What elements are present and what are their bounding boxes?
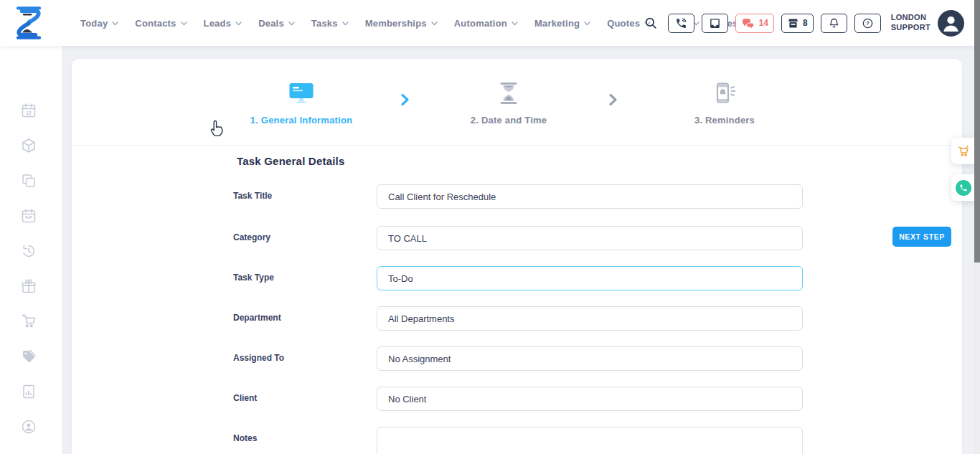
store-icon — [787, 17, 799, 29]
task-type-input[interactable] — [377, 266, 803, 290]
hourglass-icon — [498, 82, 519, 105]
green-phone-badge — [956, 180, 971, 196]
history-icon[interactable] — [20, 242, 37, 260]
bell-icon — [828, 17, 840, 29]
gift-icon[interactable] — [20, 278, 37, 295]
chevron-down-icon — [431, 22, 438, 26]
chevron-down-icon — [342, 22, 349, 26]
scrollbar-track[interactable] — [974, 0, 980, 454]
assigned-to-label: Assigned To — [233, 353, 366, 363]
nav-item-contacts[interactable]: Contacts — [135, 18, 187, 29]
chevron-down-icon — [512, 22, 518, 26]
department-label: Department — [233, 313, 366, 323]
notifications-button[interactable] — [821, 14, 847, 33]
nav-item-label: Today — [80, 18, 108, 29]
chevron-down-icon — [235, 22, 242, 26]
notes-textarea[interactable] — [377, 427, 803, 454]
task-title-input[interactable] — [377, 184, 803, 209]
nav-item-label: Automation — [454, 18, 507, 29]
nav-item-label: Marketing — [534, 18, 580, 29]
client-input[interactable] — [377, 387, 803, 411]
user-name-line1: LONDON — [891, 13, 930, 23]
nav-item-label: Quotes — [607, 18, 640, 29]
wizard-steps: 1. General Information 2. Date and Time … — [72, 59, 962, 146]
call-button[interactable] — [668, 14, 694, 33]
wizard-step-general-information[interactable]: 1. General Information — [222, 76, 380, 126]
report-icon[interactable] — [20, 383, 37, 400]
task-wizard-card: 1. General Information 2. Date and Time … — [72, 59, 962, 454]
wizard-step-label: 3. Reminders — [646, 115, 804, 126]
chevron-down-icon — [288, 22, 295, 26]
user-avatar[interactable] — [938, 10, 964, 37]
copy-icon[interactable] — [20, 172, 37, 189]
wizard-step-date-and-time[interactable]: 2. Date and Time — [430, 76, 588, 126]
task-type-label: Task Type — [233, 273, 366, 283]
floating-cart-button[interactable] — [951, 138, 975, 164]
question-circle-icon: ? — [862, 17, 874, 29]
floating-call-button[interactable] — [951, 174, 975, 201]
package-icon[interactable] — [20, 137, 37, 154]
nav-item-label: Contacts — [135, 18, 176, 29]
nav-item-marketing[interactable]: Marketing — [534, 18, 590, 29]
nav-item-today[interactable]: Today — [80, 18, 118, 29]
top-nav-bar: Today Contacts Leads Deals Tasks Members… — [0, 0, 974, 46]
wizard-step-label: 1. General Information — [222, 115, 380, 126]
user-badge-icon[interactable] — [20, 418, 37, 435]
nav-item-label: Deals — [258, 18, 284, 29]
main-nav: Today Contacts Leads Deals Tasks Members… — [80, 0, 738, 46]
task-title-label: Task Title — [233, 191, 366, 201]
chevron-down-icon — [584, 22, 590, 26]
form-title: Task General Details — [237, 155, 344, 167]
wizard-step-label: 2. Date and Time — [430, 115, 588, 126]
nav-item-leads[interactable]: Leads — [204, 18, 242, 29]
svg-text:12: 12 — [26, 110, 32, 115]
client-label: Client — [233, 393, 366, 403]
wizard-step-reminders[interactable]: 3. Reminders — [646, 76, 804, 126]
category-input[interactable] — [377, 226, 803, 250]
nav-item-label: Tasks — [311, 18, 338, 29]
user-name-label: LONDON SUPPORT — [891, 13, 930, 33]
cart-orange-icon — [956, 144, 971, 159]
svg-text:?: ? — [866, 20, 870, 27]
next-step-button[interactable]: NEXT STEP — [892, 227, 951, 247]
tags-icon[interactable] — [20, 348, 37, 365]
search-button[interactable] — [644, 16, 658, 30]
search-icon — [644, 16, 658, 30]
chevron-down-icon — [181, 22, 187, 26]
scrollbar-thumb[interactable] — [974, 0, 980, 263]
inbox-icon — [709, 17, 721, 29]
brand-hourglass-logo[interactable] — [11, 5, 46, 41]
phone-volume-icon — [675, 17, 687, 29]
messages-count-badge: 14 — [759, 18, 768, 28]
nav-item-tasks[interactable]: Tasks — [311, 18, 349, 29]
messages-button[interactable]: 14 — [735, 14, 774, 33]
monitor-icon — [288, 82, 314, 105]
calendar-icon[interactable]: 12 — [20, 102, 37, 119]
chevron-down-icon — [112, 22, 118, 26]
user-name-line2: SUPPORT — [891, 23, 930, 33]
calendar-task-icon[interactable] — [20, 207, 37, 224]
category-label: Category — [233, 232, 366, 242]
phone-icon — [959, 184, 968, 192]
header-actions: 14 8 ? LONDON SUPPORT — [644, 0, 964, 46]
store-button[interactable]: 8 — [781, 14, 814, 33]
nav-item-automation[interactable]: Automation — [454, 18, 518, 29]
phone-notification-icon — [712, 82, 737, 105]
cart-icon[interactable] — [20, 313, 37, 330]
nav-item-deals[interactable]: Deals — [258, 18, 295, 29]
chevron-right-icon — [400, 93, 410, 106]
sidebar: 12 — [0, 46, 62, 454]
nav-item-memberships[interactable]: Memberships — [365, 18, 438, 29]
nav-item-label: Memberships — [365, 18, 427, 29]
help-button[interactable]: ? — [854, 14, 881, 33]
notes-label: Notes — [233, 433, 366, 443]
assigned-to-input[interactable] — [377, 346, 803, 371]
chat-bubbles-icon — [741, 17, 755, 29]
department-input[interactable] — [377, 306, 803, 331]
chevron-right-icon — [608, 93, 618, 106]
store-count-badge: 8 — [803, 18, 808, 28]
inbox-button[interactable] — [702, 14, 728, 33]
nav-item-label: Leads — [204, 18, 232, 29]
person-icon — [938, 10, 964, 37]
